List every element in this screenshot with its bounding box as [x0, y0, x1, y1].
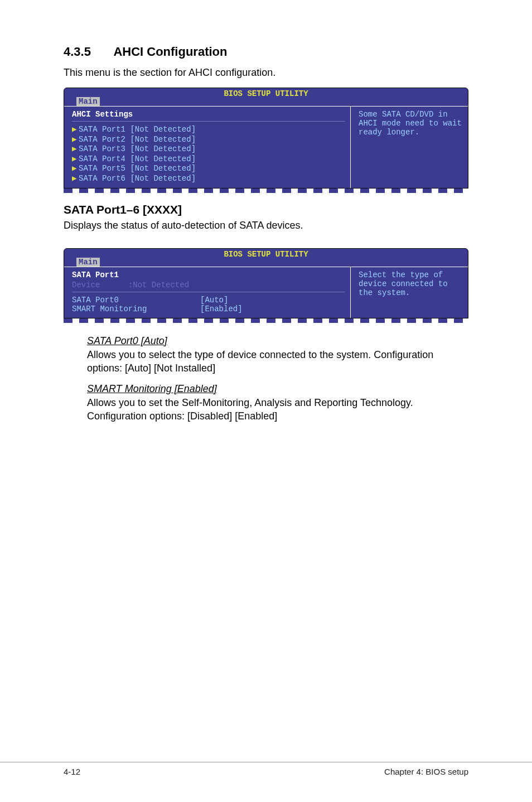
ahci-settings-title: AHCI Settings [72, 110, 345, 119]
submenu-arrow-icon: ▶ [72, 164, 79, 174]
section-number: 4.3.5 [64, 45, 91, 59]
section-description: This menu is the section for AHCI config… [64, 67, 468, 79]
sata-port-heading: SATA Port1–6 [XXXX] [64, 203, 468, 216]
page-number: 4-12 [64, 767, 80, 776]
submenu-arrow-icon: ▶ [72, 125, 79, 135]
sata-port4-item: ▶SATA Port4 [Not Detected] [72, 154, 345, 165]
bios-header: BIOS SETUP UTILITY Main [64, 249, 468, 267]
sata-port6-item: ▶SATA Port6 [Not Detected] [72, 174, 345, 184]
bios-title: BIOS SETUP UTILITY [224, 250, 308, 259]
option-desc: Allows you to set the Self-Monitoring, A… [87, 396, 468, 423]
bios-header: BIOS SETUP UTILITY Main [64, 88, 468, 106]
sata-port5-item: ▶SATA Port5 [Not Detected] [72, 164, 345, 174]
section-heading: 4.3.5 AHCI Configuration [64, 45, 468, 59]
bios-left-panel: SATA Port1 Device :Not Detected SATA Por… [64, 267, 351, 318]
bios-help-panel: Some SATA CD/DVD in AHCI mode need to wa… [351, 106, 468, 188]
page-content: 4.3.5 AHCI Configuration This menu is th… [0, 0, 532, 423]
page-footer: 4-12 Chapter 4: BIOS setup [0, 762, 532, 776]
option-desc: Allows you to select the type of device … [87, 348, 468, 375]
bios-left-panel: AHCI Settings ▶SATA Port1 [Not Detected]… [64, 106, 351, 188]
option-title: SATA Port0 [Auto] [87, 335, 468, 347]
bios-tab-main: Main [76, 258, 100, 267]
sata-port-description: Displays the status of auto-detection of… [64, 220, 468, 231]
row-value: [Auto] [200, 296, 228, 305]
bios-tab-main: Main [76, 97, 100, 106]
device-row: Device :Not Detected [72, 281, 345, 289]
bios-help-panel: Select the type of device connected to t… [351, 267, 468, 318]
submenu-arrow-icon: ▶ [72, 135, 79, 145]
row-label: SATA Port0 [72, 296, 200, 305]
bios-help-text: Select the type of device connected to t… [359, 270, 462, 297]
sata-port1-item: ▶SATA Port1 [Not Detected] [72, 125, 345, 135]
sata-port2-item: ▶SATA Port2 [Not Detected] [72, 135, 345, 145]
row-value: [Enabled] [200, 305, 243, 313]
torn-edge [64, 318, 468, 323]
divider [72, 292, 345, 292]
bios-help-text: Some SATA CD/DVD in AHCI mode need to wa… [359, 110, 462, 137]
chapter-label: Chapter 4: BIOS setup [384, 767, 468, 776]
submenu-arrow-icon: ▶ [72, 144, 79, 154]
bios-screenshot-2: BIOS SETUP UTILITY Main SATA Port1 Devic… [64, 248, 468, 323]
submenu-arrow-icon: ▶ [72, 174, 79, 184]
torn-edge [64, 189, 468, 193]
smart-monitoring-row: SMART Monitoring [Enabled] [72, 305, 345, 313]
sata-port1-title: SATA Port1 [72, 270, 345, 279]
bios-title: BIOS SETUP UTILITY [224, 89, 308, 98]
option-title: SMART Monitoring [Enabled] [87, 383, 468, 395]
row-label: SMART Monitoring [72, 305, 200, 313]
submenu-arrow-icon: ▶ [72, 154, 79, 165]
divider [72, 121, 345, 122]
section-title: AHCI Configuration [113, 45, 227, 59]
bios-screenshot-1: BIOS SETUP UTILITY Main AHCI Settings ▶S… [64, 88, 468, 193]
sata-port0-row: SATA Port0 [Auto] [72, 296, 345, 305]
sata-port3-item: ▶SATA Port3 [Not Detected] [72, 144, 345, 154]
option-sata-port0: SATA Port0 [Auto] Allows you to select t… [87, 335, 468, 423]
